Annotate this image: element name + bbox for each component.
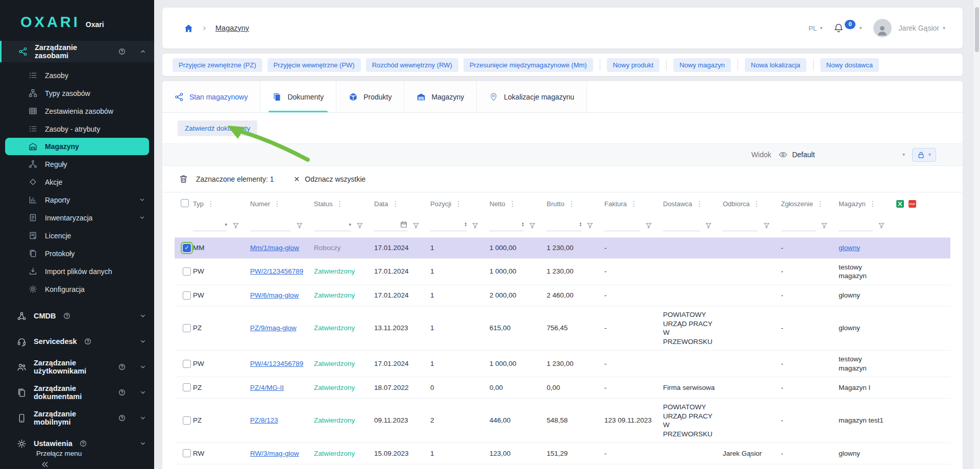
table-row[interactable]: PZPZ/9/mag-glowZatwierdzony13.11.2023161… xyxy=(175,306,950,351)
column-menu-icon[interactable] xyxy=(817,200,824,208)
number-stepper[interactable]: ▴▾ xyxy=(464,222,467,227)
sidebar-item-typy-zasobow[interactable]: Typy zasobów xyxy=(0,84,154,102)
row-checkbox[interactable] xyxy=(183,324,191,332)
filter-button-odbiorca[interactable] xyxy=(761,219,773,232)
sidebar-item-protokoly[interactable]: Protokoły xyxy=(0,244,154,262)
row-checkbox[interactable] xyxy=(183,291,191,300)
sidebar-section-zarzadzanie-uzytkownikami[interactable]: Zarządzanie użytkownikami xyxy=(0,354,154,380)
column-header-pozycji[interactable]: Pozycji xyxy=(430,200,451,208)
oxari-logo[interactable]: OXARI Oxari xyxy=(0,0,154,41)
filter-button-dostawca[interactable] xyxy=(702,219,715,232)
column-header-zgloszenie[interactable]: Zgłoszenie xyxy=(781,200,813,208)
filter-input-status[interactable] xyxy=(314,220,347,229)
action-button-nowy-dostawca[interactable]: Nowy dostawca xyxy=(820,58,879,72)
column-menu-icon[interactable] xyxy=(696,200,703,208)
cell-numer[interactable]: PZ/4/MG-II xyxy=(250,384,284,391)
select-all-checkbox[interactable] xyxy=(181,199,189,207)
filter-button-pozycji[interactable] xyxy=(469,219,481,232)
row-checkbox[interactable] xyxy=(183,244,191,252)
table-row[interactable]: PWPW/2/123456789Zatwierdzony17.01.202411… xyxy=(175,258,950,285)
calendar-icon[interactable] xyxy=(400,221,407,228)
column-header-brutto[interactable]: Brutto xyxy=(547,200,565,208)
column-header-typ[interactable]: Typ xyxy=(193,200,204,208)
table-row[interactable]: MMMm/1/mag-glowRoboczy17.01.202411 000,0… xyxy=(175,237,950,258)
sidebar-item-licencje[interactable]: Licencje xyxy=(0,227,154,244)
cell-numer[interactable]: PW/4/123456789 xyxy=(250,360,303,367)
cell-numer[interactable]: RW/3/mag-glow xyxy=(250,450,299,457)
column-header-odbiorca[interactable]: Odbiorca xyxy=(723,200,750,208)
filter-button-numer[interactable] xyxy=(293,219,306,232)
caret-down-icon[interactable]: ▾ xyxy=(349,222,351,227)
sidebar-item-reguly[interactable]: Reguły xyxy=(0,155,154,173)
language-selector[interactable]: PL ▾ xyxy=(808,24,823,32)
scrollbar-thumb[interactable] xyxy=(975,7,979,52)
action-button-przyjecie-wewnetrzne-pw[interactable]: Przyjęcie wewnętrzne (PW) xyxy=(267,58,361,72)
column-menu-icon[interactable] xyxy=(509,200,516,208)
filter-button-status[interactable] xyxy=(354,219,366,232)
user-menu[interactable]: Jarek Gąsior ▾ xyxy=(899,24,945,32)
number-stepper[interactable]: ▴▾ xyxy=(522,222,524,227)
filter-input-pozycji[interactable] xyxy=(430,220,463,229)
tab-dokumenty[interactable]: Dokumenty xyxy=(260,81,336,112)
view-select[interactable]: Default ▾ xyxy=(778,150,905,159)
column-menu-icon[interactable] xyxy=(207,200,214,208)
action-button-przesuniecie-miedzymagazynowe-mm[interactable]: Przesunięcie międzymagazynowe (Mm) xyxy=(463,58,593,72)
column-menu-icon[interactable] xyxy=(568,200,575,208)
number-stepper[interactable]: ▴▾ xyxy=(579,222,581,227)
column-menu-icon[interactable] xyxy=(391,200,399,208)
table-row[interactable]: PWPW/4/123456789Zatwierdzony17.01.202411… xyxy=(175,351,950,377)
sidebar-item-konfiguracja[interactable]: Konfiguracja xyxy=(0,280,154,298)
sidebar-item-zestawienia-zasobow[interactable]: Zestawienia zasobów xyxy=(0,102,154,120)
filter-button-typ[interactable] xyxy=(230,219,242,232)
column-menu-icon[interactable] xyxy=(274,200,281,208)
sidebar-section-zarzadzanie-zasobami[interactable]: Zarządzanie zasobami xyxy=(0,41,154,62)
filter-input-dostawca[interactable] xyxy=(663,220,700,229)
sidebar-section-zarzadzanie-mobilnymi[interactable]: Zarządzanie mobilnymi xyxy=(0,405,154,431)
row-checkbox[interactable] xyxy=(183,267,191,276)
filter-button-faktura[interactable] xyxy=(643,219,655,232)
column-menu-icon[interactable] xyxy=(753,200,761,208)
filter-button-magazyn[interactable] xyxy=(875,219,888,232)
column-header-dostawca[interactable]: Dostawca xyxy=(663,200,692,208)
filter-input-typ[interactable] xyxy=(193,220,223,229)
column-menu-icon[interactable] xyxy=(630,200,638,208)
sidebar-item-akcje[interactable]: Akcje xyxy=(0,173,154,191)
caret-down-icon[interactable]: ▾ xyxy=(225,222,227,227)
deselect-all-button[interactable]: ✕ Odznacz wszystkie xyxy=(294,175,366,183)
column-header-netto[interactable]: Netto xyxy=(489,200,505,208)
cell-magazyn[interactable]: glowny xyxy=(839,244,860,252)
filter-input-magazyn[interactable] xyxy=(839,220,873,229)
home-icon[interactable] xyxy=(184,23,193,33)
filter-input-faktura[interactable] xyxy=(604,220,640,229)
sidebar-item-magazyny[interactable]: Magazyny xyxy=(5,138,149,155)
column-header-status[interactable]: Status xyxy=(314,200,333,208)
lock-view-button[interactable]: ▾ xyxy=(912,148,936,162)
row-checkbox[interactable] xyxy=(183,416,191,425)
action-button-nowy-magazyn[interactable]: Nowy magazyn xyxy=(673,58,731,72)
tab-produkty[interactable]: Produkty xyxy=(336,81,404,112)
sidebar-section-servicedesk[interactable]: Servicedesk xyxy=(0,329,154,354)
action-button-nowa-lokalizacja[interactable]: Nowa lokalizacja xyxy=(745,58,806,72)
action-button-przyjecie-zewnetrzne-pz[interactable]: Przyjęcie zewnętrzne (PZ) xyxy=(173,58,262,72)
filter-input-brutto[interactable] xyxy=(547,220,578,229)
table-row[interactable]: RWRW/3/mag-glowZatwierdzony15.09.2023112… xyxy=(175,443,950,464)
filter-input-odbiorca[interactable] xyxy=(723,220,758,229)
sidebar-item-zasoby-atrybuty[interactable]: Zasoby - atrybuty xyxy=(0,120,154,138)
tab-lokalizacje-magazynu[interactable]: Lokalizacje magazynu xyxy=(477,81,587,112)
sidebar-item-raporty[interactable]: Raporty xyxy=(0,191,154,209)
table-row[interactable]: PZPZ/2/MG-IIRoboczy14.07.20221813,011 00… xyxy=(175,464,950,469)
action-button-nowy-produkt[interactable]: Nowy produkt xyxy=(607,58,659,72)
filter-button-zgloszenie[interactable] xyxy=(818,219,830,232)
column-header-faktura[interactable]: Faktura xyxy=(604,200,627,208)
row-checkbox[interactable] xyxy=(183,449,191,457)
sidebar-item-zasoby[interactable]: Zasoby xyxy=(0,66,154,84)
tab-stan-magazynowy[interactable]: Stan magazynowy xyxy=(162,81,260,112)
sidebar-item-inwentaryzacja[interactable]: Inwentaryzacja xyxy=(0,209,154,227)
column-menu-icon[interactable] xyxy=(869,200,876,208)
column-header-magazyn[interactable]: Magazyn xyxy=(839,200,866,208)
trash-icon[interactable] xyxy=(179,174,188,184)
table-row[interactable]: PWPW/6/mag-glowZatwierdzony17.01.202412 … xyxy=(175,285,950,306)
table-row[interactable]: PZPZ/4/MG-IIZatwierdzony18.07.202200,000… xyxy=(175,377,950,399)
column-header-numer[interactable]: Numer xyxy=(250,200,270,208)
cell-numer[interactable]: PZ/8/123 xyxy=(250,416,278,424)
